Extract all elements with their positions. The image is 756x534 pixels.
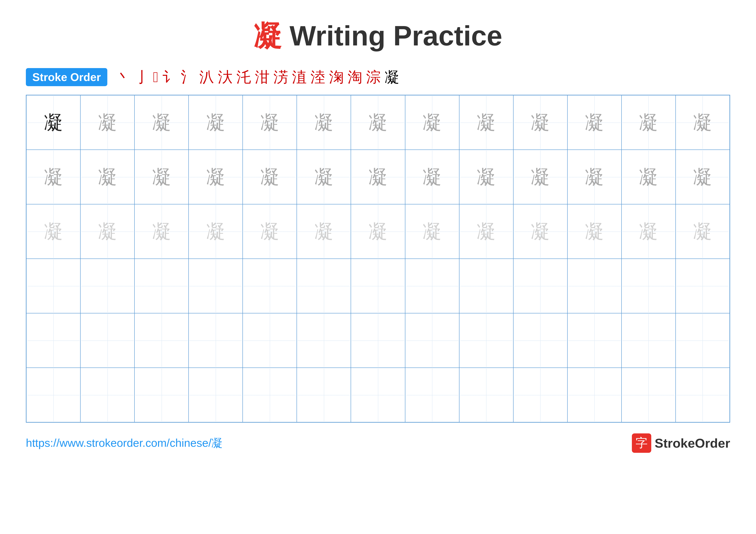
cell-character: 凝	[44, 113, 63, 132]
practice-cell[interactable]: 凝	[567, 204, 622, 259]
practice-cell[interactable]	[622, 313, 676, 368]
practice-cell[interactable]: 凝	[459, 150, 513, 204]
practice-cell[interactable]	[567, 368, 622, 422]
practice-cell[interactable]	[676, 313, 730, 368]
practice-cell[interactable]: 凝	[189, 204, 243, 259]
cell-character: 凝	[639, 113, 658, 132]
cell-character: 凝	[44, 222, 63, 241]
cell-character: 凝	[422, 222, 442, 241]
practice-cell[interactable]	[513, 368, 567, 422]
stroke-step-7: 汏	[218, 70, 232, 85]
practice-cell[interactable]	[459, 368, 513, 422]
practice-cell[interactable]: 凝	[297, 150, 351, 204]
practice-cell[interactable]	[676, 259, 730, 313]
practice-cell[interactable]	[351, 368, 405, 422]
practice-cell[interactable]: 凝	[459, 204, 513, 259]
practice-cell[interactable]: 凝	[676, 150, 730, 204]
cell-character: 凝	[98, 113, 117, 132]
practice-cell[interactable]	[513, 313, 567, 368]
cell-character: 凝	[585, 167, 604, 187]
stroke-order-badge: Stroke Order	[26, 68, 107, 86]
practice-cell[interactable]	[134, 368, 189, 422]
page-title: 凝 Writing Practice	[254, 17, 502, 55]
title-chinese-char: 凝	[254, 20, 282, 51]
footer-url[interactable]: https://www.strokeorder.com/chinese/凝	[26, 436, 223, 451]
practice-cell[interactable]: 凝	[80, 95, 134, 150]
practice-cell[interactable]	[243, 368, 297, 422]
practice-cell[interactable]	[189, 259, 243, 313]
practice-cell[interactable]: 凝	[134, 204, 189, 259]
practice-cell[interactable]	[26, 313, 80, 368]
practice-cell[interactable]	[567, 259, 622, 313]
practice-cell[interactable]	[297, 259, 351, 313]
practice-cell[interactable]: 凝	[297, 204, 351, 259]
practice-cell[interactable]	[405, 368, 459, 422]
practice-cell[interactable]	[297, 368, 351, 422]
practice-cell[interactable]	[405, 313, 459, 368]
logo-icon: 字	[632, 433, 651, 453]
practice-cell[interactable]: 凝	[134, 95, 189, 150]
practice-cell[interactable]: 凝	[676, 95, 730, 150]
practice-cell[interactable]	[676, 368, 730, 422]
practice-cell[interactable]: 凝	[134, 150, 189, 204]
cell-character: 凝	[422, 113, 442, 132]
title-text: Writing Practice	[282, 20, 502, 51]
practice-cell[interactable]	[351, 313, 405, 368]
practice-cell[interactable]: 凝	[297, 95, 351, 150]
practice-cell[interactable]: 凝	[351, 95, 405, 150]
cell-character: 凝	[368, 167, 388, 187]
practice-cell[interactable]: 凝	[351, 150, 405, 204]
practice-cell[interactable]: 凝	[405, 204, 459, 259]
practice-cell[interactable]: 凝	[405, 150, 459, 204]
practice-cell[interactable]: 凝	[243, 95, 297, 150]
practice-cell[interactable]	[243, 259, 297, 313]
practice-cell[interactable]: 凝	[80, 204, 134, 259]
practice-cell[interactable]: 凝	[405, 95, 459, 150]
practice-cell[interactable]: 凝	[26, 95, 80, 150]
cell-character: 凝	[98, 167, 117, 187]
practice-cell[interactable]: 凝	[459, 95, 513, 150]
practice-cell[interactable]	[189, 313, 243, 368]
practice-cell[interactable]: 凝	[189, 150, 243, 204]
practice-cell[interactable]	[134, 259, 189, 313]
practice-cell[interactable]	[243, 313, 297, 368]
practice-cell[interactable]: 凝	[513, 204, 567, 259]
practice-cell[interactable]: 凝	[622, 204, 676, 259]
practice-cell[interactable]: 凝	[676, 204, 730, 259]
practice-cell[interactable]	[297, 313, 351, 368]
practice-cell[interactable]: 凝	[80, 150, 134, 204]
stroke-step-1: 丶	[116, 70, 131, 85]
practice-cell[interactable]	[80, 368, 134, 422]
practice-cell[interactable]	[351, 259, 405, 313]
practice-cell[interactable]	[459, 259, 513, 313]
practice-cell[interactable]	[134, 313, 189, 368]
practice-cell[interactable]: 凝	[567, 150, 622, 204]
practice-cell[interactable]: 凝	[26, 204, 80, 259]
practice-cell[interactable]: 凝	[513, 150, 567, 204]
stroke-step-13: 淗	[329, 70, 344, 85]
practice-cell[interactable]	[80, 259, 134, 313]
practice-cell[interactable]: 凝	[189, 95, 243, 150]
practice-cell[interactable]	[80, 313, 134, 368]
practice-cell[interactable]	[459, 313, 513, 368]
cell-character: 凝	[368, 222, 388, 241]
practice-cell[interactable]: 凝	[243, 204, 297, 259]
practice-cell[interactable]	[26, 259, 80, 313]
practice-cell[interactable]: 凝	[26, 150, 80, 204]
practice-cell[interactable]	[622, 368, 676, 422]
practice-cell[interactable]: 凝	[622, 150, 676, 204]
practice-cell[interactable]: 凝	[513, 95, 567, 150]
practice-cell[interactable]: 凝	[351, 204, 405, 259]
cell-character: 凝	[206, 222, 225, 241]
practice-cell[interactable]: 凝	[622, 95, 676, 150]
practice-cell[interactable]: 凝	[243, 150, 297, 204]
practice-cell[interactable]	[189, 368, 243, 422]
cell-character: 凝	[531, 222, 550, 241]
practice-cell[interactable]: 凝	[567, 95, 622, 150]
practice-cell[interactable]	[26, 368, 80, 422]
stroke-step-6: 汃	[199, 70, 214, 85]
practice-cell[interactable]	[567, 313, 622, 368]
practice-cell[interactable]	[513, 259, 567, 313]
practice-cell[interactable]	[405, 259, 459, 313]
practice-cell[interactable]	[622, 259, 676, 313]
